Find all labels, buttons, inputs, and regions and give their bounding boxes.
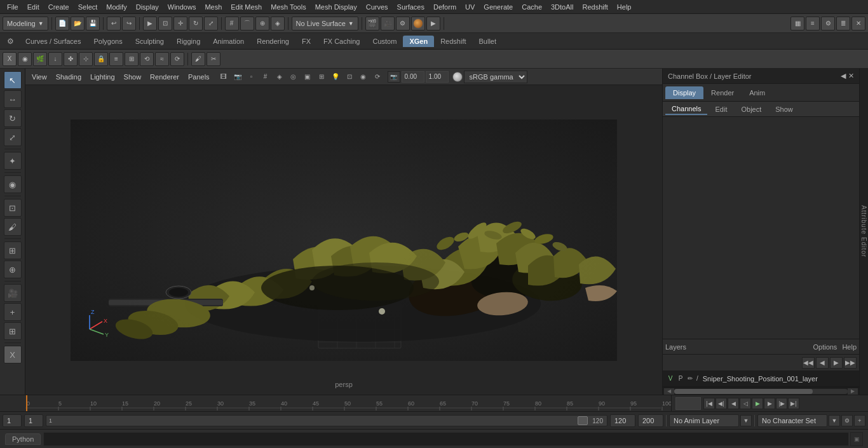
xgen-tools-btn[interactable]: ✂ xyxy=(207,52,220,66)
scroll-left-btn[interactable]: ◀ xyxy=(664,388,674,395)
play-back-btn[interactable]: ◁ xyxy=(740,398,751,409)
scroll-right-btn[interactable]: ▶ xyxy=(848,388,858,395)
xgen-btn-4[interactable]: ↓ xyxy=(48,52,62,66)
layer-nav-left2-btn[interactable]: ◀◀ xyxy=(802,357,815,369)
layer-nav-left-btn[interactable]: ◀ xyxy=(816,357,829,369)
snap-view-button[interactable]: ◈ xyxy=(271,17,285,31)
menu-deform[interactable]: Deform xyxy=(429,2,461,12)
ipr-render-button[interactable]: 🎥 xyxy=(381,17,395,31)
menu-generate[interactable]: Generate xyxy=(479,2,517,12)
more-render-button[interactable]: ▶ xyxy=(426,17,440,31)
soft-select-tool[interactable]: ✦ xyxy=(4,152,22,170)
renderer-menu[interactable]: Renderer xyxy=(146,72,183,82)
render-button[interactable]: 🎬 xyxy=(365,17,379,31)
xgen-btn-3[interactable]: 🌿 xyxy=(33,52,47,66)
tab-sculpting[interactable]: Sculpting xyxy=(129,36,170,47)
vp-res-btn[interactable]: ▫ xyxy=(245,71,258,83)
attribute-editor-button[interactable]: ≡ xyxy=(806,17,820,31)
no-char-set-field[interactable]: No Character Set xyxy=(757,414,827,427)
vp-shading-btn[interactable]: ▣ xyxy=(301,71,314,83)
vp-isolate-btn[interactable]: ◎ xyxy=(287,71,300,83)
go-end-btn[interactable]: ▶| xyxy=(788,398,799,409)
translate-y-field[interactable]: 1.00 xyxy=(426,71,449,83)
tab-fx[interactable]: FX xyxy=(295,36,317,47)
next-key-btn[interactable]: |▶ xyxy=(776,398,787,409)
vp-texture-btn[interactable]: ⊞ xyxy=(315,71,328,83)
scrollbar-thumb[interactable] xyxy=(674,389,813,394)
menu-curves[interactable]: Curves xyxy=(362,2,393,12)
menu-surfaces[interactable]: Surfaces xyxy=(393,2,429,12)
move-tool-button[interactable]: ✛ xyxy=(173,17,187,31)
vp-shadow-btn[interactable]: ⊡ xyxy=(343,71,356,83)
redo-button[interactable]: ↪ xyxy=(122,17,136,31)
xgen-btn-9[interactable]: ⊞ xyxy=(125,52,139,66)
menu-file[interactable]: File xyxy=(3,2,23,12)
attribute-editor-handle[interactable]: Attribute Editor xyxy=(859,69,868,395)
no-anim-layer-field[interactable]: No Anim Layer xyxy=(669,414,739,427)
menu-windows[interactable]: Windows xyxy=(163,2,201,12)
tool-settings-button[interactable]: ⚙ xyxy=(821,17,835,31)
object-sub-tab[interactable]: Object xyxy=(735,104,768,114)
anim-tab[interactable]: Anim xyxy=(742,86,773,99)
color-circle[interactable] xyxy=(411,17,425,31)
vp-anim-btn[interactable]: ⟳ xyxy=(371,71,384,83)
timeline-range-slider[interactable]: 1 120 xyxy=(46,415,607,426)
color-picker[interactable] xyxy=(413,18,423,29)
start-frame-field[interactable]: 1 xyxy=(3,414,22,427)
lighting-menu[interactable]: Lighting xyxy=(86,72,119,82)
xgen-btn-2[interactable]: ◉ xyxy=(18,52,32,66)
layer-nav-right2-btn[interactable]: ▶▶ xyxy=(844,357,857,369)
current-frame-input[interactable]: 1 xyxy=(675,397,701,410)
next-frame-btn[interactable]: ▶ xyxy=(764,398,775,409)
tab-animation[interactable]: Animation xyxy=(207,36,250,47)
python-tab-label[interactable]: Python xyxy=(5,433,41,445)
select-tool-left[interactable]: ↖ xyxy=(4,71,22,89)
shading-menu[interactable]: Shading xyxy=(52,72,85,82)
xgen-btn-7[interactable]: 🔒 xyxy=(94,52,108,66)
menu-redshift[interactable]: Redshift xyxy=(578,2,612,12)
tab-curves-surfaces[interactable]: Curves / Surfaces xyxy=(19,36,87,47)
xgen-btn-5[interactable]: ✤ xyxy=(64,52,78,66)
tab-polygons[interactable]: Polygons xyxy=(87,36,128,47)
show-menu[interactable]: Show xyxy=(120,72,146,82)
view-menu[interactable]: View xyxy=(28,72,51,82)
char-set-down-btn[interactable]: ▼ xyxy=(829,415,840,426)
menu-edit[interactable]: Edit xyxy=(23,2,44,12)
go-start-btn[interactable]: |◀ xyxy=(703,398,715,409)
tab-xgen[interactable]: XGen xyxy=(403,36,434,47)
transform-tool[interactable]: ⊞ xyxy=(4,241,22,259)
menu-modify[interactable]: Modify xyxy=(102,2,131,12)
menu-mesh-display[interactable]: Mesh Display xyxy=(311,2,362,12)
snap-point-button[interactable]: ⊕ xyxy=(255,17,269,31)
mode-gear-icon[interactable]: ⚙ xyxy=(4,35,17,48)
layer-playback-indicator[interactable]: P xyxy=(675,375,686,382)
xgen-btn-8[interactable]: ≡ xyxy=(109,52,123,66)
xgen-tool[interactable]: X xyxy=(4,346,22,363)
prev-frame-btn[interactable]: ◀ xyxy=(728,398,739,409)
python-input[interactable] xyxy=(43,432,849,446)
live-surface-dropdown[interactable]: No Live Surface ▼ xyxy=(292,17,358,31)
scrollbar-track[interactable] xyxy=(674,389,848,394)
prev-key-btn[interactable]: ◀| xyxy=(715,398,727,409)
xgen-btn-1[interactable]: X xyxy=(3,52,17,66)
menu-mesh-tools[interactable]: Mesh Tools xyxy=(266,2,310,12)
menu-3dtoall[interactable]: 3DtoAll xyxy=(546,2,578,12)
menu-uv[interactable]: UV xyxy=(461,2,479,12)
scale-tool-button[interactable]: ⤢ xyxy=(204,17,218,31)
camera-tool[interactable]: 🎥 xyxy=(4,284,22,302)
tab-rigging[interactable]: Rigging xyxy=(170,36,207,47)
vp-grid-btn[interactable]: # xyxy=(259,71,272,83)
layer-visible-indicator[interactable]: V xyxy=(665,375,675,382)
vp-display-btn[interactable]: ◈ xyxy=(273,71,286,83)
paint-tool[interactable]: 🖌 xyxy=(4,218,22,236)
show-sub-tab[interactable]: Show xyxy=(769,104,799,114)
xgen-btn-10[interactable]: ⟲ xyxy=(140,52,154,66)
new-scene-button[interactable]: 📄 xyxy=(55,17,69,31)
channels-sub-tab[interactable]: Channels xyxy=(665,104,707,115)
snap-tool[interactable]: ⊕ xyxy=(4,261,22,278)
anim-start-field[interactable]: 1 xyxy=(24,414,43,427)
layer-nav-right-btn[interactable]: ▶ xyxy=(830,357,843,369)
undo-button[interactable]: ↩ xyxy=(107,17,121,31)
help-label[interactable]: Help xyxy=(842,343,857,351)
menu-mesh[interactable]: Mesh xyxy=(200,2,226,12)
